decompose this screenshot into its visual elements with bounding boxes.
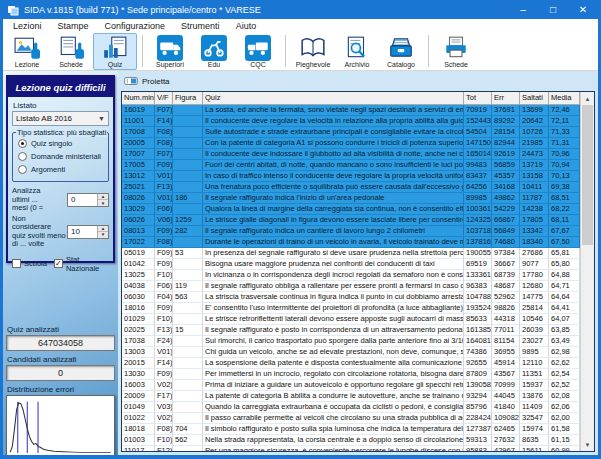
toolbar-button-cqc[interactable]: CQC: [236, 33, 280, 70]
vertical-scrollbar[interactable]: ▲ ▼: [580, 92, 594, 451]
radio-quiz-singolo[interactable]: Quiz singolo: [18, 139, 105, 148]
table-cell: 81154: [492, 336, 520, 347]
checkbox-icon[interactable]: ✓: [54, 259, 63, 268]
toolbar-button-schede[interactable]: Schede: [49, 33, 93, 70]
table-cell: In vicinanza o in corrispondenza degli i…: [203, 270, 464, 281]
table-cell: 54504: [464, 127, 492, 138]
table-row[interactable]: 17005F09)Fuori dei centri abitati, di no…: [122, 160, 580, 171]
column-header-figura[interactable]: Figura: [173, 92, 203, 105]
toolbar-button-schede[interactable]: Schede: [434, 33, 478, 70]
menu-stampe[interactable]: Stampe: [50, 21, 97, 31]
volte-spinner-value[interactable]: 10: [68, 226, 97, 238]
scrollbar-track[interactable]: [581, 105, 594, 438]
mesi-spinner-value[interactable]: 0: [68, 194, 97, 206]
checkbox-scuola[interactable]: Scuola: [12, 259, 47, 268]
table-row[interactable]: 16019F07)La sosta, ed anche la fermata, …: [122, 105, 580, 116]
toolbar-button-archivio[interactable]: Archivio: [335, 33, 379, 70]
scroll-down-icon[interactable]: ▼: [581, 438, 594, 451]
proietta-label[interactable]: Proietta: [142, 77, 170, 86]
table-cell: 68739: [492, 270, 520, 281]
table-row[interactable]: 06030F04)563La striscia trasversale cont…: [122, 292, 580, 303]
toolbar-button-pieghevole[interactable]: Pieghevole: [291, 33, 335, 70]
radio-argomenti[interactable]: Argomenti: [18, 165, 105, 174]
menu-aiuto[interactable]: Aiuto: [228, 21, 265, 31]
radio-icon[interactable]: [18, 139, 27, 148]
table-row[interactable]: 20015F14)La sospensione della patente è …: [122, 358, 580, 369]
table-row[interactable]: 11001F14)Il conducente deve regolare la …: [122, 116, 580, 127]
column-header-err[interactable]: Err: [492, 92, 520, 105]
table-row[interactable]: 08013F09)282Il segnale raffigurato indic…: [122, 226, 580, 237]
table-row[interactable]: 06026V06)1259Le strisce gialle diagonali…: [122, 215, 580, 226]
table-cell: 72,11: [549, 116, 580, 127]
radio-icon[interactable]: [18, 152, 27, 161]
toolbar-button-superiori[interactable]: Superiori: [148, 33, 192, 70]
table-cell: F09): [155, 248, 173, 259]
column-header-numministe[interactable]: Num.ministe: [122, 92, 155, 105]
table-row[interactable]: 05019F09)53In presenza del segnale raffi…: [122, 248, 580, 259]
table-row[interactable]: 13030F09)Per immettersi in un incrocio, …: [122, 369, 580, 380]
scrollbar-thumb[interactable]: [582, 105, 593, 245]
table-row[interactable]: 17038F24)Sui rimorchi, il carico traspor…: [122, 336, 580, 347]
table-cell: 45914: [492, 358, 520, 369]
column-header-quiz[interactable]: Quiz: [203, 92, 464, 105]
table-row[interactable]: 20009F17)La patente di categoria B abili…: [122, 391, 580, 402]
table-row[interactable]: 13025F10)In vicinanza o in corrispondenz…: [122, 270, 580, 281]
table-row[interactable]: 01042F09)Bisogna usare maggiore prudenza…: [122, 259, 580, 270]
table-row[interactable]: 13029F06)Qualora la linea di margine del…: [122, 204, 580, 215]
listato-dropdown[interactable]: Listato AB 2016 ▼: [12, 111, 109, 126]
table-cell: 15974: [520, 424, 549, 435]
proietta-toggle-icon[interactable]: [124, 76, 138, 86]
spinner-down-icon[interactable]: ▼: [98, 232, 108, 238]
table-cell: 100361: [464, 204, 492, 215]
table-cell: 17005: [122, 160, 155, 171]
column-header-tot[interactable]: Tot: [464, 92, 492, 105]
table-row[interactable]: 13003V01)Chi guida un veicolo, anche se …: [122, 347, 580, 358]
radio-icon[interactable]: [18, 165, 27, 174]
table-row[interactable]: 11017F12)Per una maggiore sicurezza, è c…: [122, 446, 580, 451]
volte-spinner[interactable]: 10 ▲▼: [67, 225, 109, 239]
toolbar-button-catalogo[interactable]: Catalogo: [379, 33, 423, 70]
table-row[interactable]: 18018F08)704Il simbolo raffigurato è pos…: [122, 424, 580, 435]
table-row[interactable]: 20005F08)Con la patente di categoria A1 …: [122, 138, 580, 149]
scroll-up-icon[interactable]: ▲: [581, 92, 594, 105]
table-row[interactable]: 13012V01)In caso di traffico intenso il …: [122, 171, 580, 182]
table-cell: 9895: [520, 347, 549, 358]
toolbar-button-quiz[interactable]: Quiz: [93, 33, 137, 70]
table-cell: [173, 182, 203, 193]
menu-strumenti[interactable]: Strumenti: [173, 21, 228, 31]
table-row[interactable]: 18016F09)E' consentito l'uso intermitten…: [122, 303, 580, 314]
table-cell: F06): [155, 281, 173, 292]
table-row[interactable]: 04038F06)119Il segnale raffigurato obbli…: [122, 281, 580, 292]
spinner-down-icon[interactable]: ▼: [98, 200, 108, 206]
table-row[interactable]: 01049V03)Quando la carreggiata extraurba…: [122, 402, 580, 413]
column-header-vf[interactable]: V/F: [155, 92, 173, 105]
table-row[interactable]: 02025F13)15Il segnale raffigurato è post…: [122, 325, 580, 336]
column-header-media[interactable]: Media: [549, 92, 580, 105]
table-cell: 87809: [464, 369, 492, 380]
table-row[interactable]: 01022V02)Il passo carrabile permette ai …: [122, 413, 580, 424]
menu-lezioni[interactable]: Lezioni: [5, 21, 50, 31]
table-row[interactable]: 17007F07)Il conducente deve indossare il…: [122, 149, 580, 160]
column-header-saltati[interactable]: Saltati: [520, 92, 549, 105]
minimize-button[interactable]: –: [508, 0, 538, 19]
candidati-label: Candidati analizzati: [7, 355, 115, 364]
table-row[interactable]: 25021F13)Una frenatura poco efficiente o…: [122, 182, 580, 193]
radio-domande-ministeriali[interactable]: Domande ministeriali: [18, 152, 105, 161]
stats-fields: Quiz analizzati 647034058 Candidati anal…: [6, 323, 115, 457]
toolbar-button-edu[interactable]: Edu: [192, 33, 236, 70]
checkbox-stat-nazionale[interactable]: ✓Stat. Nazionale: [54, 255, 102, 273]
menu-configurazione[interactable]: Configurazione: [97, 21, 174, 31]
table-row[interactable]: 17022F08)Durante le operazioni di traino…: [122, 237, 580, 248]
mesi-spinner[interactable]: 0 ▲▼: [67, 193, 109, 207]
table-row[interactable]: 17008F08)Sulle autostrade e strade extra…: [122, 127, 580, 138]
table-cell: 32547: [520, 413, 549, 424]
maximize-button[interactable]: □: [538, 0, 568, 19]
toolbar-button-lezione[interactable]: Lezione: [5, 33, 49, 70]
table-row[interactable]: 01029F10)Le strisce retroriflettenti lat…: [122, 314, 580, 325]
table-row[interactable]: 08026V01)186Il segnale raffigurato indic…: [122, 193, 580, 204]
table-cell: 43567: [492, 369, 520, 380]
checkbox-icon[interactable]: [12, 259, 21, 268]
table-row[interactable]: 16003V02)Prima di iniziare a guidare un …: [122, 380, 580, 391]
close-button[interactable]: ✕: [568, 0, 598, 19]
table-row[interactable]: 01003F10)562Nella strada rappresentata, …: [122, 435, 580, 446]
